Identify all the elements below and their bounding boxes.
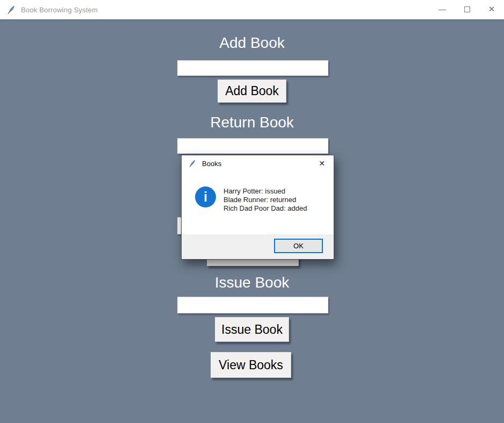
minimize-icon: — <box>438 5 446 13</box>
close-icon: ✕ <box>319 159 325 168</box>
add-book-button[interactable]: Add Book <box>218 80 286 103</box>
close-icon: ✕ <box>488 4 495 14</box>
main-content: Add Book Add Book Return Book Issue Book… <box>0 20 504 423</box>
ok-button-label: OK <box>293 242 304 250</box>
maximize-icon <box>464 6 470 12</box>
return-book-input[interactable] <box>177 138 328 154</box>
add-book-input[interactable] <box>177 60 328 76</box>
issue-book-input[interactable] <box>177 297 328 313</box>
books-dialog-body: i Harry Potter: issued Blade Runner: ret… <box>182 171 334 235</box>
dialog-close-button[interactable]: ✕ <box>310 155 334 171</box>
add-book-button-label: Add Book <box>225 84 279 98</box>
books-dialog-title: Books <box>202 160 221 168</box>
issue-book-button-label: Issue Book <box>221 322 283 337</box>
view-books-button[interactable]: View Books <box>211 352 291 378</box>
minimize-button[interactable]: — <box>430 0 455 19</box>
issue-book-button[interactable]: Issue Book <box>215 317 289 342</box>
books-dialog: Books ✕ i Harry Potter: issued Blade Run… <box>181 155 334 260</box>
python-feather-icon <box>7 5 16 14</box>
books-dialog-footer: OK <box>182 234 334 259</box>
window-titlebar: Book Borrowing System — ✕ <box>0 0 504 20</box>
ok-button[interactable]: OK <box>274 239 323 253</box>
books-dialog-titlebar: Books ✕ <box>182 155 334 171</box>
return-book-heading: Return Book <box>0 114 504 131</box>
view-books-button-label: View Books <box>219 358 283 372</box>
python-feather-icon <box>189 160 196 167</box>
issue-book-heading: Issue Book <box>0 274 504 291</box>
info-icon: i <box>195 187 216 207</box>
book-status-line: Blade Runner: returned <box>224 196 307 204</box>
maximize-button[interactable] <box>455 0 479 19</box>
window-controls: — ✕ <box>430 0 504 20</box>
window-title: Book Borrowing System <box>21 6 98 14</box>
books-message: Harry Potter: issued Blade Runner: retur… <box>224 187 307 213</box>
add-book-heading: Add Book <box>0 34 504 52</box>
book-status-line: Harry Potter: issued <box>224 187 307 196</box>
info-icon-glyph: i <box>204 190 207 204</box>
close-button[interactable]: ✕ <box>479 0 504 19</box>
book-status-line: Rich Dad Poor Dad: added <box>224 204 307 213</box>
